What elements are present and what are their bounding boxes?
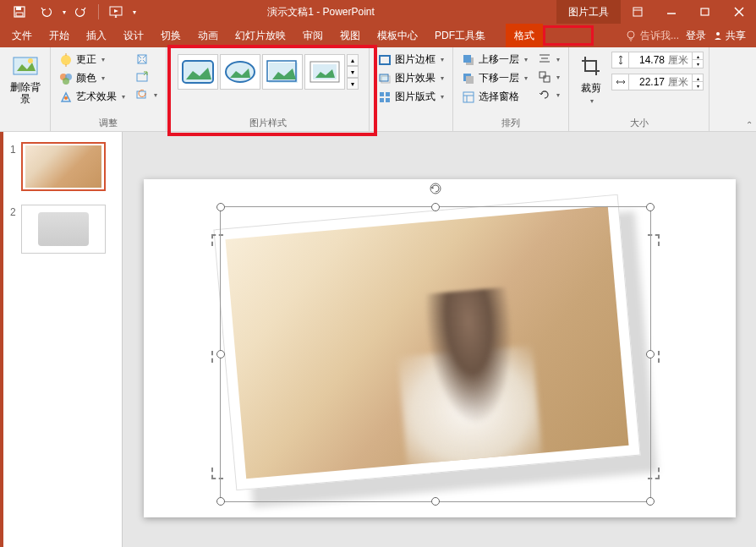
width-up[interactable]: ▴ <box>693 74 703 82</box>
svg-rect-51 <box>540 72 545 78</box>
crop-button[interactable]: 裁剪 ▾ <box>574 51 608 107</box>
slide-canvas[interactable] <box>144 179 736 517</box>
picture-object[interactable] <box>224 211 647 499</box>
border-icon <box>378 53 392 67</box>
effects-icon <box>378 72 392 85</box>
ribbon-options-button[interactable] <box>621 0 655 24</box>
slide-number-2: 2 <box>10 205 16 254</box>
rotate-handle[interactable] <box>429 182 442 195</box>
width-down[interactable]: ▾ <box>693 82 703 90</box>
selection-pane-icon <box>462 90 475 104</box>
svg-point-29 <box>226 62 255 82</box>
width-icon <box>612 74 629 90</box>
resize-handle-br[interactable] <box>646 497 655 506</box>
resize-handle-tr[interactable] <box>646 203 655 211</box>
save-button[interactable] <box>7 0 32 24</box>
login-button[interactable]: 登录 <box>686 29 706 43</box>
picture-style-3[interactable] <box>262 54 303 90</box>
width-spinner[interactable]: 22.17 厘米 ▴▾ <box>611 74 704 90</box>
tab-view[interactable]: 视图 <box>331 24 369 47</box>
tab-home[interactable]: 开始 <box>41 24 78 47</box>
undo-button[interactable] <box>34 0 59 24</box>
tab-slideshow[interactable]: 幻灯片放映 <box>227 24 294 47</box>
svg-rect-42 <box>463 55 471 63</box>
slide-thumbnail-1[interactable] <box>21 142 106 191</box>
arrange-group-label: 排列 <box>458 115 563 131</box>
slide-thumbnail-2[interactable] <box>21 205 106 254</box>
send-backward-button[interactable]: 下移一层▾ <box>458 69 531 87</box>
share-icon <box>713 30 723 41</box>
align-button[interactable]: ▾ <box>534 51 563 68</box>
layout-icon <box>378 90 392 104</box>
rotate-icon <box>538 88 551 101</box>
height-icon <box>612 52 629 68</box>
resize-handle-tl[interactable] <box>216 203 225 211</box>
tell-me-label: 告诉我... <box>640 29 679 43</box>
tab-design[interactable]: 设计 <box>115 24 152 47</box>
slide-editor[interactable] <box>123 132 756 547</box>
slide-number-1: 1 <box>10 142 16 191</box>
corrections-button[interactable]: 更正▾ <box>56 51 129 68</box>
svg-point-15 <box>716 32 720 36</box>
svg-rect-34 <box>380 56 390 64</box>
tab-transitions[interactable]: 切换 <box>152 24 189 47</box>
slide-thumbnail-panel[interactable]: 1 2 <box>0 132 123 547</box>
share-button[interactable]: 共享 <box>713 29 746 43</box>
svg-point-24 <box>64 96 68 100</box>
group-button[interactable]: ▾ <box>534 68 563 85</box>
tab-pdf[interactable]: PDF工具集 <box>426 24 494 47</box>
tell-me-search[interactable]: 告诉我... <box>625 29 679 43</box>
rotate-button[interactable]: ▾ <box>534 86 563 103</box>
picture-style-2[interactable] <box>220 54 260 90</box>
tab-format[interactable]: 格式 <box>506 24 543 47</box>
height-up[interactable]: ▴ <box>693 52 703 60</box>
close-button[interactable] <box>722 0 756 24</box>
compress-pictures-button[interactable] <box>132 51 161 68</box>
selection-pane-button[interactable]: 选择窗格 <box>458 88 531 106</box>
gallery-more[interactable]: ▾ <box>347 78 359 90</box>
align-icon <box>538 52 551 66</box>
svg-rect-9 <box>701 8 709 15</box>
corrections-icon <box>59 53 73 67</box>
gallery-scroll-up[interactable]: ▴ <box>347 54 359 66</box>
start-from-beginning-button[interactable] <box>104 0 129 24</box>
reset-icon <box>135 88 149 101</box>
picture-style-4[interactable] <box>304 54 345 90</box>
svg-point-23 <box>63 78 69 85</box>
remove-background-button[interactable]: 删除背景 <box>5 51 45 107</box>
svg-rect-40 <box>386 98 390 102</box>
artistic-effects-button[interactable]: 艺术效果▾ <box>56 88 129 106</box>
bring-forward-button[interactable]: 上移一层▾ <box>458 51 531 68</box>
height-spinner[interactable]: 14.78 厘米 ▴▾ <box>611 52 704 68</box>
contextual-tab-label: 图片工具 <box>556 0 621 24</box>
svg-point-55 <box>430 183 441 194</box>
svg-rect-45 <box>463 92 474 102</box>
svg-rect-16 <box>14 57 37 74</box>
svg-rect-6 <box>633 8 642 16</box>
picture-effects-button[interactable]: 图片效果▾ <box>375 69 447 87</box>
height-down[interactable]: ▾ <box>693 60 703 68</box>
undo-dropdown[interactable]: ▾ <box>63 8 66 16</box>
redo-button[interactable] <box>68 0 93 24</box>
maximize-button[interactable] <box>688 0 722 24</box>
picture-border-button[interactable]: 图片边框▾ <box>375 51 447 68</box>
picture-style-1[interactable] <box>178 54 218 90</box>
gallery-scroll-down[interactable]: ▾ <box>347 66 359 78</box>
svg-rect-38 <box>386 92 390 96</box>
bring-forward-icon <box>462 53 475 67</box>
color-icon <box>59 72 73 85</box>
tab-review[interactable]: 审阅 <box>294 24 331 47</box>
tab-insert[interactable]: 插入 <box>78 24 115 47</box>
svg-rect-39 <box>380 98 384 102</box>
change-picture-button[interactable] <box>132 68 161 85</box>
svg-rect-52 <box>544 76 550 82</box>
collapse-ribbon-button[interactable]: ⌃ <box>746 120 753 129</box>
color-button[interactable]: 颜色▾ <box>56 69 129 87</box>
size-group-label: 大小 <box>574 115 704 131</box>
tab-file[interactable]: 文件 <box>3 24 41 47</box>
tab-animations[interactable]: 动画 <box>189 24 227 47</box>
reset-picture-button[interactable]: ▾ <box>132 86 161 103</box>
minimize-button[interactable] <box>655 0 688 24</box>
tab-templates[interactable]: 模板中心 <box>369 24 426 47</box>
picture-layout-button[interactable]: 图片版式▾ <box>375 88 447 106</box>
